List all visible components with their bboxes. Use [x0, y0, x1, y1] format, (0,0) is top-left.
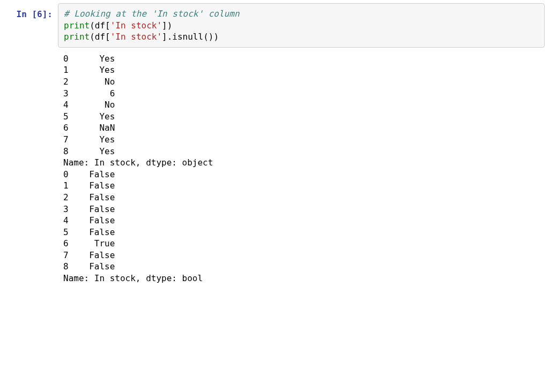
- code-ident: isnull: [172, 32, 203, 42]
- code-ident: df: [95, 20, 105, 31]
- code-string: 'In stock': [110, 20, 162, 31]
- output-row: 4 No: [63, 99, 545, 111]
- in-label: In: [17, 9, 32, 19]
- bracket-open: [: [32, 9, 37, 19]
- code-punct: (: [90, 20, 95, 31]
- code-punct: (: [90, 32, 95, 42]
- output-row: 7 False: [63, 250, 545, 261]
- exec-count: 6: [37, 9, 42, 19]
- output-row: 0 False: [63, 169, 545, 180]
- output-row: 3 False: [63, 203, 545, 215]
- code-builtin: print: [64, 32, 90, 42]
- output-row: 8 Yes: [63, 146, 545, 157]
- code-punct: ): [167, 20, 173, 31]
- output-row: 3 6: [63, 88, 545, 100]
- output-row: 1 False: [63, 180, 545, 192]
- code-punct: (): [203, 32, 213, 42]
- output-row: 5 Yes: [63, 111, 545, 123]
- output-footer: Name: In stock, dtype: object: [63, 157, 545, 169]
- output-row: 0 Yes: [63, 53, 545, 65]
- code-comment: # Looking at the 'In stock' column: [64, 9, 240, 19]
- code-input[interactable]: # Looking at the 'In stock' columnprint(…: [58, 3, 545, 48]
- code-punct: ]: [162, 20, 167, 31]
- output-row: 7 Yes: [63, 134, 545, 146]
- code-string: 'In stock': [110, 32, 162, 42]
- output-row: 6 True: [63, 238, 545, 250]
- output-row: 5 False: [63, 227, 545, 238]
- code-punct: ): [213, 32, 219, 42]
- input-prompt: In [6]:: [4, 3, 58, 20]
- code-punct: [: [105, 32, 110, 42]
- code-ident: df: [95, 32, 105, 42]
- output-row: 4 False: [63, 215, 545, 227]
- cell-body: # Looking at the 'In stock' columnprint(…: [58, 3, 545, 284]
- bracket-close: ]:: [42, 9, 53, 19]
- output-footer: Name: In stock, dtype: bool: [63, 273, 545, 284]
- output-row: 6 NaN: [63, 122, 545, 134]
- code-punct: ]: [162, 32, 167, 42]
- code-punct: .: [167, 32, 173, 42]
- code-punct: [: [105, 20, 110, 31]
- output-row: 8 False: [63, 261, 545, 273]
- output-row: 2 No: [63, 76, 545, 88]
- notebook-cell: In [6]: # Looking at the 'In stock' colu…: [0, 0, 549, 295]
- output-row: 1 Yes: [63, 64, 545, 76]
- output-row: 2 False: [63, 192, 545, 203]
- code-output: 0 Yes1 Yes2 No3 64 No5 Yes6 NaN7 Yes8 Ye…: [58, 48, 545, 284]
- code-builtin: print: [64, 20, 90, 31]
